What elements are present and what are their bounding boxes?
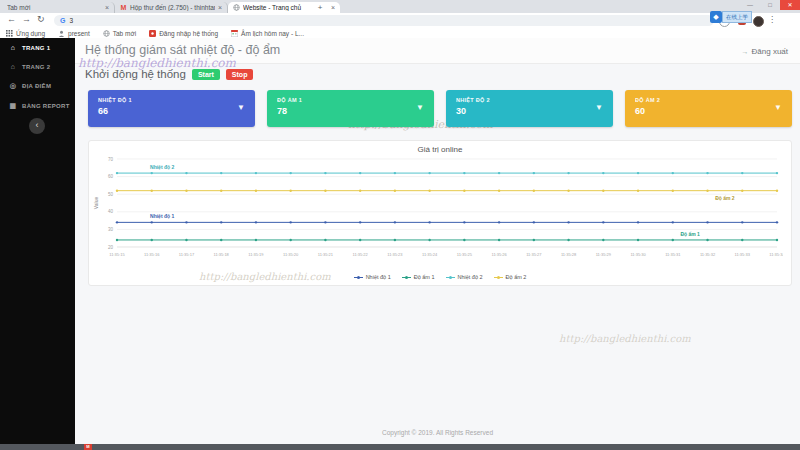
legend-item[interactable]: Độ ẩm 2 [494, 274, 527, 280]
svg-text:70: 70 [108, 157, 114, 162]
svg-text:11:35:34: 11:35:34 [769, 252, 783, 257]
tab-title: Hộp thư đến (2.750) - thinhtam... [130, 4, 215, 11]
watermark-text: http://bangledhienthi.com [559, 333, 691, 344]
svg-text:11:35:18: 11:35:18 [214, 252, 230, 257]
browser-tabs: Tab mới×MHộp thư đến (2.750) - thinhtam.… [2, 2, 340, 13]
browser-tab[interactable]: MHộp thư đến (2.750) - thinhtam...× [115, 2, 228, 13]
person-icon [58, 30, 65, 37]
bookmark-item[interactable]: Đăng nhập hệ thống [149, 30, 218, 37]
apps-grid-icon [6, 30, 13, 37]
svg-text:60: 60 [108, 174, 114, 179]
gmail-taskbar-icon[interactable]: M [84, 444, 92, 450]
overlay-badge-text: 在线上学 [722, 11, 752, 23]
back-icon[interactable]: ← [7, 14, 16, 24]
sidebar: ⌂TRANG 1⌂TRANG 2◎ĐỊA ĐIỂM▦BẢNG REPORT ‹ [0, 38, 75, 444]
windows-taskbar[interactable]: M [0, 444, 800, 450]
chevron-down-icon[interactable]: ▼ [416, 103, 424, 112]
sidebar-collapse-button[interactable]: ‹ [29, 118, 45, 134]
main-content: Hệ thống giám sát nhiệt độ - độ ẩm → Đăn… [75, 38, 800, 444]
overlay-badge-icon: ◆ [710, 11, 722, 23]
sensor-card-value: 78 [277, 106, 287, 116]
sidebar-item-địa-điểm[interactable]: ◎ĐỊA ĐIỂM [0, 76, 75, 96]
screen: Tab mới×MHộp thư đến (2.750) - thinhtam.… [0, 0, 800, 450]
sensor-card-label: ĐỘ ẨM 2 [635, 97, 660, 103]
address-bar[interactable]: G 3 [54, 15, 714, 26]
sidebar-item-bảng-report[interactable]: ▦BẢNG REPORT [0, 96, 75, 116]
svg-text:11:35:23: 11:35:23 [387, 252, 403, 257]
svg-text:11:35:22: 11:35:22 [353, 252, 369, 257]
bookmark-item[interactable]: Âm lịch hôm nay - L... [231, 30, 304, 37]
chart-panel: Giá trị online 706050403020Value11:35:15… [88, 140, 792, 286]
svg-text:20: 20 [108, 245, 114, 250]
logout-button[interactable]: → Đăng xuất [742, 47, 788, 56]
bookmark-label: Ứng dụng [16, 30, 45, 37]
svg-text:50: 50 [108, 192, 114, 197]
tab-close-icon[interactable]: × [331, 4, 335, 11]
chevron-down-icon[interactable]: ▼ [595, 103, 603, 112]
sensor-card: ĐỘ ẨM 178▼ [267, 90, 434, 127]
svg-text:11:35:32: 11:35:32 [700, 252, 716, 257]
logout-icon: → [742, 48, 749, 55]
page-header: Hệ thống giám sát nhiệt độ - độ ẩm → Đăn… [75, 38, 800, 64]
chevron-down-icon[interactable]: ▼ [237, 103, 245, 112]
maximize-button[interactable]: □ [760, 0, 780, 10]
svg-text:11:35:28: 11:35:28 [561, 252, 577, 257]
sensor-card-label: NHIỆT ĐỘ 2 [456, 97, 490, 103]
chevron-down-icon[interactable]: ▼ [774, 103, 782, 112]
legend-item[interactable]: Nhiệt độ 1 [354, 274, 391, 280]
overlay-badge[interactable]: ◆ 在线上学 [710, 11, 752, 23]
bookmark-item[interactable]: present [58, 30, 90, 37]
svg-text:11:35:19: 11:35:19 [248, 252, 264, 257]
sidebar-item-trang-2[interactable]: ⌂TRANG 2 [0, 57, 75, 76]
svg-text:Độ ẩm 1: Độ ẩm 1 [680, 231, 700, 237]
legend-marker [446, 275, 455, 280]
forward-icon[interactable]: → [22, 14, 31, 24]
sidebar-item-label: BẢNG REPORT [22, 103, 70, 109]
svg-text:11:35:25: 11:35:25 [457, 252, 473, 257]
chart-title: Giá trị online [89, 145, 791, 154]
window-controls: — □ ✕ [740, 0, 800, 10]
system-controls: Khởi động hệ thống Start Stop [85, 68, 253, 80]
stop-button[interactable]: Stop [226, 69, 254, 80]
sensor-card-value: 30 [456, 106, 466, 116]
logout-label: Đăng xuất [752, 47, 788, 56]
svg-text:11:35:17: 11:35:17 [179, 252, 195, 257]
tab-close-icon[interactable]: × [218, 4, 222, 11]
calendar-icon [231, 30, 238, 37]
page-title: Hệ thống giám sát nhiệt độ - độ ẩm [85, 43, 280, 57]
system-controls-label: Khởi động hệ thống [85, 68, 186, 80]
svg-text:11:35:21: 11:35:21 [318, 252, 334, 257]
legend-label: Nhiệt độ 1 [366, 274, 391, 280]
sensor-cards-row: NHIỆT ĐỘ 166▼ĐỘ ẨM 178▼NHIỆT ĐỘ 230▼ĐỘ Ẩ… [88, 90, 792, 127]
minimize-button[interactable]: — [740, 0, 760, 10]
tab-close-icon[interactable]: × [105, 4, 109, 11]
sensor-card: NHIỆT ĐỘ 166▼ [88, 90, 255, 127]
start-button[interactable]: Start [192, 69, 220, 80]
google-g-icon: G [60, 17, 65, 24]
red-app-icon [149, 30, 156, 37]
online-values-chart: 706050403020Value11:35:1511:35:1611:35:1… [91, 155, 783, 267]
browser-tab-strip: Tab mới×MHộp thư đến (2.750) - thinhtam.… [0, 0, 800, 13]
browser-tab[interactable]: Tab mới× [2, 2, 115, 13]
bookmark-item[interactable]: Tab mới [103, 30, 136, 37]
sidebar-item-trang-1[interactable]: ⌂TRANG 1 [0, 38, 75, 57]
gmail-icon: M [120, 4, 127, 11]
svg-text:11:35:31: 11:35:31 [665, 252, 681, 257]
legend-item[interactable]: Độ ẩm 1 [402, 274, 435, 280]
svg-text:11:35:33: 11:35:33 [735, 252, 751, 257]
svg-text:Nhiệt độ 1: Nhiệt độ 1 [150, 213, 174, 219]
svg-text:11:35:30: 11:35:30 [630, 252, 646, 257]
bookmark-label: Tab mới [113, 30, 136, 37]
bookmark-item[interactable]: Ứng dụng [6, 30, 45, 37]
close-button[interactable]: ✕ [780, 0, 800, 10]
legend-item[interactable]: Nhiệt độ 2 [446, 274, 483, 280]
svg-text:11:35:15: 11:35:15 [109, 252, 125, 257]
svg-text:11:35:24: 11:35:24 [422, 252, 438, 257]
profile-avatar[interactable] [753, 16, 764, 27]
sensor-card: ĐỘ ẨM 260▼ [625, 90, 792, 127]
reload-icon[interactable]: ↻ [37, 14, 45, 24]
sensor-card-value: 60 [635, 106, 645, 116]
new-tab-button[interactable]: + [314, 2, 326, 13]
chrome-menu-icon[interactable]: ⋮ [768, 15, 776, 24]
table-icon: ▦ [9, 102, 17, 110]
